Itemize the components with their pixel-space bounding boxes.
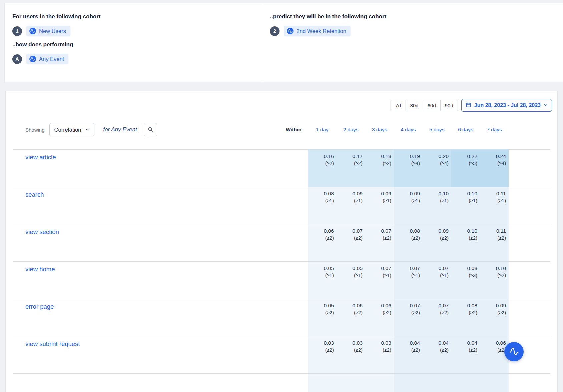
event-pill-any-event[interactable]: Any Event — [26, 54, 68, 64]
event-name-link[interactable]: search — [13, 187, 308, 224]
cohort-pill-new-users[interactable]: New Users — [26, 26, 70, 36]
correlation-threshold: (≥2) — [308, 235, 334, 242]
correlation-cell[interactable] — [480, 374, 509, 392]
correlation-cell[interactable] — [394, 374, 423, 392]
correlation-cell[interactable]: 0.06(≥2) — [365, 299, 394, 336]
correlation-cell[interactable]: 0.07(≥1) — [394, 262, 423, 299]
correlation-value: 0.10 — [480, 265, 506, 272]
correlation-cell[interactable]: 0.05(≥1) — [308, 262, 337, 299]
correlation-value: 0.03 — [337, 339, 363, 347]
correlation-threshold: (≥2) — [394, 309, 420, 316]
correlation-cell[interactable] — [365, 374, 394, 392]
metric-dropdown[interactable]: Correlation — [49, 123, 95, 136]
within-day-link[interactable]: 7 days — [480, 127, 509, 133]
event-chip-row: A Any Event — [12, 54, 255, 64]
event-name-link[interactable]: view article — [13, 150, 308, 187]
correlation-threshold: (≥2) — [308, 160, 334, 167]
correlation-value: 0.09 — [365, 190, 391, 197]
correlation-cell[interactable]: 0.05(≥2) — [308, 299, 337, 336]
correlation-cell[interactable]: 0.10(≥1) — [423, 187, 451, 224]
correlation-cell[interactable] — [451, 374, 480, 392]
correlation-cell[interactable]: 0.09(≥2) — [423, 224, 451, 261]
within-day-link[interactable]: 1 day — [308, 127, 337, 133]
within-day-link[interactable]: 4 days — [394, 127, 423, 133]
date-range-picker[interactable]: Jun 28, 2023 - Jul 28, 2023 — [461, 99, 552, 112]
cohort-pill-2nd-week-retention[interactable]: 2nd Week Retention — [284, 26, 351, 36]
chevron-down-icon — [544, 102, 548, 108]
range-preset-60d[interactable]: 60d — [423, 100, 440, 111]
search-button[interactable] — [144, 123, 157, 136]
table-row: view home0.05(≥1)0.05(≥1)0.07(≥1)0.07(≥1… — [13, 262, 550, 299]
correlation-value: 0.10 — [423, 190, 449, 197]
correlation-cell[interactable]: 0.04(≥2) — [451, 336, 480, 373]
correlation-cell[interactable]: 0.07(≥1) — [365, 262, 394, 299]
correlation-cell[interactable]: 0.20(≥4) — [423, 150, 451, 187]
event-name-link[interactable]: view home — [13, 262, 308, 299]
correlation-cell[interactable]: 0.11(≥1) — [480, 187, 509, 224]
correlation-cell[interactable]: 0.07(≥2) — [337, 224, 365, 261]
correlation-cell[interactable]: 0.07(≥2) — [423, 299, 451, 336]
correlation-cell[interactable]: 0.08(≥2) — [394, 224, 423, 261]
correlation-cells: 0.03(≥2)0.03(≥2)0.03(≥2)0.04(≥2)0.04(≥2)… — [308, 336, 509, 373]
correlation-cell[interactable]: 0.07(≥2) — [365, 224, 394, 261]
correlation-value: 0.09 — [394, 190, 420, 197]
correlation-cell[interactable]: 0.09(≥2) — [480, 299, 509, 336]
within-day-link[interactable]: 5 days — [423, 127, 451, 133]
correlation-cell[interactable]: 0.08(≥1) — [308, 187, 337, 224]
correlation-threshold: (≥2) — [337, 309, 363, 316]
correlation-cell[interactable]: 0.22(≥5) — [451, 150, 480, 187]
correlation-cell[interactable] — [337, 374, 365, 392]
correlation-threshold: (≥2) — [308, 309, 334, 316]
correlation-cell[interactable]: 0.06(≥2) — [337, 299, 365, 336]
amplitude-fab[interactable] — [504, 342, 524, 361]
calendar-icon — [466, 102, 471, 109]
correlation-threshold: (≥1) — [337, 272, 363, 279]
range-preset-30d[interactable]: 30d — [406, 100, 423, 111]
range-preset-90d[interactable]: 90d — [440, 100, 458, 111]
correlation-cell[interactable]: 0.17(≥2) — [337, 150, 365, 187]
correlation-cell[interactable]: 0.09(≥1) — [394, 187, 423, 224]
amplitude-logo-icon — [287, 28, 294, 34]
correlation-cell[interactable]: 0.03(≥2) — [337, 336, 365, 373]
within-day-link[interactable]: 3 days — [365, 127, 394, 133]
source-cohort-chip-row: 1 New Users — [12, 26, 255, 36]
correlation-cell[interactable]: 0.11(≥2) — [480, 224, 509, 261]
for-event-link[interactable]: for Any Event — [103, 126, 137, 133]
event-name-link[interactable]: error page — [13, 299, 308, 336]
correlation-cell[interactable]: 0.07(≥1) — [423, 262, 451, 299]
correlation-value: 0.07 — [365, 265, 391, 272]
correlation-cell[interactable]: 0.18(≥2) — [365, 150, 394, 187]
correlation-cell[interactable]: 0.04(≥2) — [423, 336, 451, 373]
correlation-cell[interactable]: 0.24(≥4) — [480, 150, 509, 187]
correlation-cell[interactable]: 0.10(≥1) — [451, 187, 480, 224]
within-day-link[interactable]: 6 days — [451, 127, 480, 133]
correlation-cell[interactable]: 0.06(≥2) — [308, 224, 337, 261]
correlation-cell[interactable]: 0.07(≥2) — [394, 299, 423, 336]
correlation-cell[interactable]: 0.16(≥2) — [308, 150, 337, 187]
correlation-cell[interactable]: 0.09(≥1) — [365, 187, 394, 224]
event-name-link[interactable]: view submit request — [13, 336, 308, 373]
correlation-cell[interactable]: 0.19(≥4) — [394, 150, 423, 187]
correlation-cell[interactable]: 0.04(≥2) — [394, 336, 423, 373]
within-day-link[interactable]: 2 days — [337, 127, 365, 133]
correlation-value: 0.16 — [308, 153, 334, 160]
correlation-cell[interactable]: 0.08(≥3) — [451, 262, 480, 299]
correlation-cell[interactable]: 0.03(≥2) — [308, 336, 337, 373]
correlation-cell[interactable]: 0.10(≥2) — [451, 224, 480, 261]
correlation-cell[interactable] — [308, 374, 337, 392]
correlation-cell[interactable]: 0.03(≥2) — [365, 336, 394, 373]
correlation-cell[interactable]: 0.06(≥2) — [480, 336, 509, 373]
correlation-cell[interactable] — [423, 374, 451, 392]
correlation-cell[interactable]: 0.10(≥2) — [480, 262, 509, 299]
table-row: view section0.06(≥2)0.07(≥2)0.07(≥2)0.08… — [13, 224, 550, 262]
correlation-cell[interactable]: 0.05(≥1) — [337, 262, 365, 299]
correlation-threshold: (≥1) — [337, 197, 363, 204]
correlation-cell[interactable]: 0.08(≥2) — [451, 299, 480, 336]
correlation-cell[interactable]: 0.09(≥1) — [337, 187, 365, 224]
correlation-threshold: (≥1) — [423, 272, 449, 279]
table-row: view submit request0.03(≥2)0.03(≥2)0.03(… — [13, 336, 550, 374]
range-preset-7d[interactable]: 7d — [391, 100, 406, 111]
chevron-down-icon — [85, 127, 89, 133]
correlation-cells — [308, 374, 509, 392]
event-name-link[interactable]: view section — [13, 224, 308, 261]
